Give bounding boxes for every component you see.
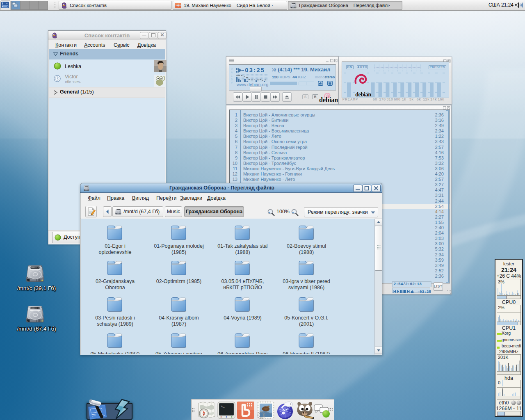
svg-text:>_: >_	[221, 404, 225, 408]
svg-text:-03:25: -03:25	[417, 290, 431, 294]
